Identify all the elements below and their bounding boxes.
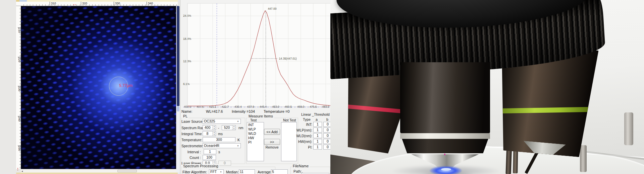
v-scrollbar-thumb[interactable] [177,6,179,106]
objective-lens-center [400,62,490,171]
threshold-a-field[interactable]: 1 [313,133,322,138]
threshold-b-field[interactable]: 0 [323,122,330,127]
threshold-a-field[interactable]: 1 [313,122,322,127]
horizontal-ruler: 310 320 330 340 [21,2,178,6]
measurement-label: 5.77μm [119,83,132,88]
svg-text:407.6: 407.6 [197,105,204,108]
intensity-value: Intensity =104 [232,109,255,113]
svg-text:437.9: 437.9 [247,105,255,108]
threshold-b-field[interactable]: 0 [323,139,330,144]
svg-text:18.4%: 18.4% [183,37,192,40]
v-ruler-label: 220 [16,57,21,67]
green-magnification-ring [492,107,596,113]
stage-post [580,145,587,172]
name-label: Name: [181,109,192,113]
average-label: Average: [258,170,272,174]
vertical-scrollbar[interactable] [176,6,180,173]
svg-text:14.35(447.01): 14.35(447.01) [279,57,297,60]
v-ruler-label: 230 [16,86,21,96]
threshold-col-a: a [316,117,318,121]
svg-text:460.5: 460.5 [285,105,292,108]
image-viewer-panel: 310 320 330 340 210 220 230 240 250 5.77… [0,0,180,174]
svg-text:24.6%: 24.6% [183,14,192,17]
filename-title: FileName [292,164,310,168]
ruler-corner [16,2,21,6]
threshold-row-label: PI: [293,145,312,149]
path-label: Path: [293,169,302,173]
v-ruler-label: 210 [16,27,21,37]
median-label: Median: [226,170,238,174]
v-ruler-cursor-mark [17,168,18,170]
svg-text:6.1%: 6.1% [183,82,190,86]
v-ruler-label: 240 [16,116,21,126]
h-ruler-label: 330 [114,2,120,5]
svg-text:430.4: 430.4 [234,105,242,108]
h-ruler-label: 310 [50,2,56,5]
count-label: Count : [181,156,201,160]
threshold-row-label: HW(nm): [293,140,312,144]
svg-text:400.0: 400.0 [184,105,191,108]
h-scrollbar-thumb[interactable] [117,170,137,172]
svg-text:12.3%: 12.3% [183,60,192,63]
wavelength-value: WL=417.6 [206,109,223,113]
laser-glow-core [441,168,451,171]
svg-text:453.0: 453.0 [272,105,280,108]
count-row: Count : 100 [181,155,245,160]
measure-items-title: Measure Items [248,114,274,118]
svg-text:445.4: 445.4 [260,105,267,108]
laser-power-readout: 0 [218,161,231,166]
h-ruler-label: 320 [81,2,87,5]
threshold-col-b: b [326,117,328,121]
v-ruler-label: 250 [16,146,21,156]
svg-text:483.0: 483.0 [322,105,329,108]
stage-knob [624,112,633,145]
horizontal-scrollbar[interactable]: ◂ [21,169,178,173]
threshold-a-field[interactable]: 1 [313,127,322,133]
threshold-b-field[interactable]: 0 [323,145,330,150]
objective-barrel [400,62,490,133]
threshold-row-label: INT: [293,122,312,126]
filter-algorithm-label: Filter Algorithm: [182,170,207,174]
average-field[interactable]: 5 [271,169,288,174]
svg-text:468.0: 468.0 [297,105,305,108]
median-field[interactable]: 11 [239,169,255,174]
threshold-a-field[interactable]: 1 [313,145,322,150]
h-ruler-label: 340 [147,2,153,5]
h-ruler-cursor-mark [73,4,75,5]
linear-threshold-title: Linear _Threshold [301,112,330,116]
svg-text:475.5: 475.5 [310,105,317,108]
svg-text:447.00: 447.00 [268,7,276,10]
threshold-rows: INT:10WLP(nm):10WLD(nm):10HW(nm):10PI:10 [180,122,330,152]
spectrum-chart: 6.1%12.3%18.4%24.6%400.0407.6415.1422.74… [180,0,330,108]
v-scrollbar-handle[interactable] [177,106,179,111]
threshold-col-type: Type [303,117,311,121]
vertical-ruler: 210 220 230 240 250 [16,6,21,169]
viewer-bottom-accent [16,173,178,174]
threshold-a-field[interactable]: 1 [313,139,322,144]
temperature-value: Temperature =0 [264,109,289,113]
scroll-left-arrow-icon[interactable]: ◂ [21,170,23,173]
chevron-down-icon[interactable]: ▼ [219,170,223,174]
microscope-photo [330,0,644,174]
pl-group-title: PL [182,114,189,118]
objective-lower-section [402,139,488,153]
threshold-b-field[interactable]: 0 [323,127,330,133]
threshold-row-label: WLP(nm): [293,128,312,132]
threshold-row-label: WLD(nm): [293,134,312,138]
white-magnification-ring [400,133,490,139]
microscope-camera-image[interactable]: 5.77μm [21,6,176,169]
threshold-b-field[interactable]: 0 [323,133,330,138]
filter-algorithm-combobox[interactable]: FFT▼ [209,169,224,174]
spectrum-app-panel: 6.1%12.3%18.4%24.6%400.0407.6415.1422.74… [180,0,330,174]
svg-text:422.7: 422.7 [222,105,229,108]
spectrum-processing-title: Spectrum Processing [182,164,219,168]
count-field[interactable]: 100 [203,155,216,160]
laser-spot-glow [21,6,176,169]
